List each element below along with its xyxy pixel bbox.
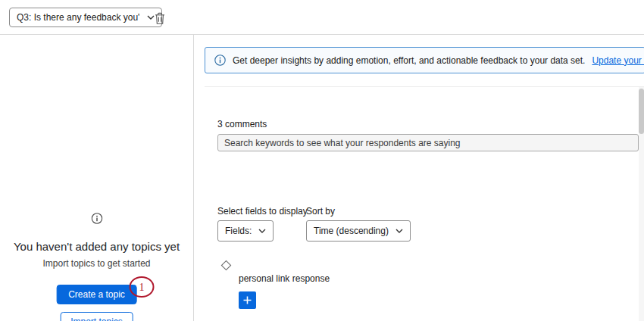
topbar: Q3: Is there any feedback you' [0, 0, 644, 35]
update-data-set-link[interactable]: Update your data set [592, 55, 644, 66]
expand-response-button[interactable] [239, 291, 256, 309]
responses-card: 3 comments Select fields to display Sort… [205, 86, 644, 321]
empty-topics-subtitle: Import topics to get started [0, 258, 193, 269]
sort-dropdown-label: Time (descending) [314, 226, 389, 236]
chevron-down-icon [395, 229, 403, 233]
search-input[interactable] [217, 134, 639, 151]
fields-label: Select fields to display [217, 206, 308, 217]
question-dropdown-label: Q3: Is there any feedback you' [17, 12, 139, 23]
sort-label: Sort by [306, 206, 335, 217]
question-dropdown[interactable]: Q3: Is there any feedback you' [9, 8, 162, 27]
info-icon [214, 55, 226, 66]
scrollbar[interactable] [639, 87, 644, 321]
main-content: Get deeper insights by adding emotion, e… [194, 35, 644, 321]
sort-dropdown[interactable]: Time (descending) [306, 220, 411, 242]
create-topic-button[interactable]: Create a topic [56, 285, 137, 304]
fields-dropdown[interactable]: Fields: [217, 220, 274, 242]
plus-icon [243, 296, 252, 304]
response-source-label: personal link response [239, 273, 330, 284]
trash-icon [155, 12, 165, 25]
insights-banner: Get deeper insights by adding emotion, e… [205, 47, 644, 73]
chevron-down-icon [258, 229, 266, 233]
scrollbar-thumb[interactable] [639, 89, 644, 134]
text-analysis-screen: Q3: Is there any feedback you' [0, 0, 644, 321]
fields-dropdown-label: Fields: [225, 226, 252, 236]
topics-panel: You haven't added any topics yet Import … [0, 35, 194, 321]
empty-topics-title: You haven't added any topics yet [0, 240, 193, 253]
diamond-icon [220, 259, 233, 274]
banner-text: Get deeper insights by adding emotion, e… [233, 55, 585, 66]
delete-question-button[interactable] [152, 10, 168, 26]
import-topics-button[interactable]: Import topics [60, 312, 133, 321]
info-icon [91, 213, 102, 226]
comments-count: 3 comments [217, 119, 267, 129]
